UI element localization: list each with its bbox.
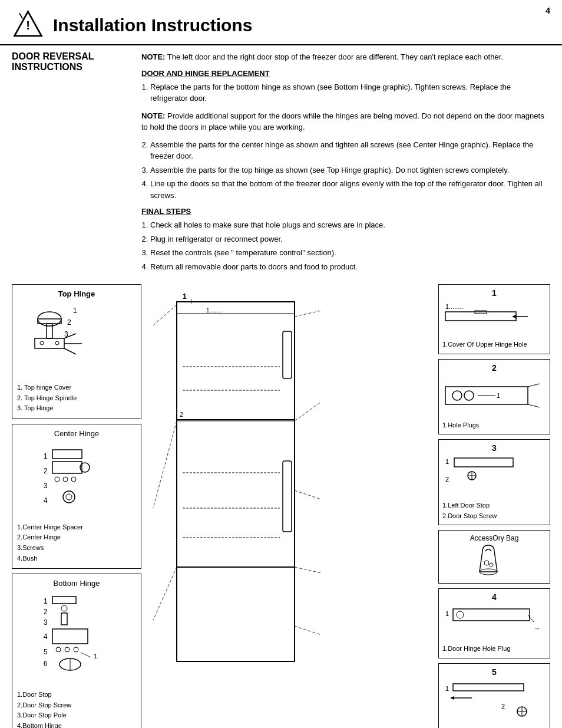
- svg-point-89: [457, 611, 464, 618]
- svg-text:!: !: [26, 19, 30, 32]
- svg-rect-49: [177, 567, 295, 661]
- right-box-5-number: 5: [442, 667, 546, 677]
- accessory-bag-svg: [471, 542, 518, 578]
- box4-svg: 1 →: [442, 604, 543, 640]
- svg-text:1: 1: [183, 292, 187, 301]
- svg-point-22: [63, 477, 68, 482]
- top-hinge-box: Top Hinge 1 2 3: [12, 284, 141, 419]
- center-hinge-title: Center Hinge: [17, 429, 136, 438]
- svg-point-86: [490, 563, 493, 566]
- svg-point-72: [464, 391, 474, 400]
- center-hinge-label-3: 3.Screws: [17, 543, 136, 554]
- box3-label-2: 2.Door Stop Screw: [442, 511, 546, 522]
- left-section: DOOR REVERSAL INSTRUCTIONS: [12, 51, 130, 278]
- svg-rect-42: [177, 302, 295, 420]
- diagrams-area: Top Hinge 1 2 3: [0, 278, 562, 728]
- svg-marker-95: [450, 696, 454, 700]
- bottom-hinge-label-3: 3.Door Stop Pole: [17, 710, 136, 721]
- door-hinge-step-3: Assemble the parts for the top hinge as …: [150, 164, 550, 176]
- door-hinge-step-4: Line up the doors so that the bottom of …: [150, 178, 550, 201]
- center-refrigerator-diagram: 1 1........: [147, 284, 432, 728]
- final-step-2: Plug in refrigerator or reconnect power.: [150, 233, 550, 245]
- svg-text:2: 2: [501, 703, 505, 710]
- svg-rect-80: [454, 458, 513, 467]
- svg-line-50: [153, 305, 177, 325]
- page-title: Installation Instructions: [53, 15, 252, 35]
- center-hinge-svg: 1 2 3 4: [17, 441, 129, 518]
- svg-line-53: [295, 311, 321, 317]
- svg-text:6: 6: [44, 660, 48, 668]
- svg-rect-58: [283, 331, 292, 378]
- box1-svg: 1........: [442, 300, 543, 335]
- svg-text:2: 2: [67, 318, 71, 327]
- right-box-4: 4 1 → 1.Door Hinge Hole Plug: [438, 588, 550, 658]
- top-hinge-label-3: 3. Top Hinge: [17, 403, 136, 414]
- svg-text:1: 1: [445, 458, 449, 465]
- page-header: ! Installation Instructions: [0, 0, 562, 45]
- svg-point-23: [71, 477, 76, 482]
- final-steps-list: Check all holes to make sure that hole p…: [150, 219, 550, 272]
- svg-text:1: 1: [94, 653, 97, 660]
- svg-line-52: [153, 567, 177, 620]
- box1-label: 1.Cover Of Upper Hinge Hole: [442, 340, 546, 350]
- final-steps-title: FINAL STEPS: [141, 207, 550, 216]
- svg-point-36: [65, 647, 70, 652]
- svg-text:5: 5: [44, 648, 48, 656]
- door-hinge-steps-cont: Assemble the parts for the center hinge …: [150, 139, 550, 202]
- svg-text:2: 2: [44, 467, 48, 475]
- bottom-hinge-label-4: 4.Bottom Hinge: [17, 721, 136, 728]
- svg-text:1........: 1........: [206, 307, 223, 314]
- svg-point-12: [40, 341, 44, 345]
- svg-text:2: 2: [180, 411, 183, 418]
- svg-text:1: 1: [497, 392, 500, 399]
- right-box-1: 1 1........ 1.Cover Of Upper Hinge Hole: [438, 284, 550, 354]
- right-box-3-number: 3: [442, 443, 546, 453]
- note2-text: Provide additional support for the doors…: [141, 111, 544, 132]
- final-step-1: Check all holes to make sure that hole p…: [150, 219, 550, 231]
- svg-rect-59: [283, 461, 292, 532]
- top-hinge-svg: 1 2 3: [17, 301, 129, 378]
- svg-line-56: [295, 567, 321, 573]
- svg-point-13: [55, 341, 59, 345]
- final-step-3: Reset the controls (see " temperature co…: [150, 247, 550, 259]
- left-diagrams: Top Hinge 1 2 3: [12, 284, 141, 728]
- refrigerator-svg: 1 1........: [147, 284, 330, 685]
- box3-svg: 1 2: [442, 455, 543, 496]
- svg-rect-18: [52, 450, 82, 459]
- svg-line-54: [295, 402, 321, 421]
- svg-rect-19: [52, 462, 82, 473]
- bottom-hinge-label-1: 1.Door Stop: [17, 690, 136, 700]
- svg-marker-70: [512, 315, 516, 318]
- bottom-hinge-svg: 1 2 3 4 5 6: [17, 591, 129, 685]
- content-area: DOOR REVERSAL INSTRUCTIONS NOTE: The lef…: [0, 51, 562, 278]
- box5-svg: 1 2: [442, 679, 543, 726]
- svg-text:1: 1: [44, 452, 48, 460]
- accessory-bag-title: AccessOry Bag: [442, 534, 546, 542]
- box4-label: 1.Door Hinge Hole Plug: [442, 644, 546, 654]
- svg-line-51: [153, 421, 177, 508]
- svg-point-24: [63, 491, 75, 503]
- door-hinge-step-1: Replace the parts for the bottom hinge a…: [150, 81, 550, 104]
- svg-text:1: 1: [44, 597, 48, 605]
- svg-line-77: [528, 404, 540, 407]
- svg-rect-88: [453, 609, 530, 621]
- right-box-4-number: 4: [442, 592, 546, 602]
- svg-point-21: [55, 477, 59, 482]
- top-hinge-title: Top Hinge: [17, 289, 136, 298]
- svg-text:2: 2: [445, 476, 449, 483]
- bottom-hinge-label-2: 2.Door Stop Screw: [17, 700, 136, 711]
- svg-point-85: [484, 561, 489, 565]
- svg-point-25: [66, 494, 72, 500]
- svg-point-33: [61, 605, 67, 611]
- center-hinge-label-2: 2.Center Hinge: [17, 532, 136, 543]
- door-hinge-steps: Replace the parts for the bottom hinge a…: [150, 81, 550, 104]
- center-hinge-labels: 1.Center Hinge Spacer 2.Center Hinge 3.S…: [17, 522, 136, 564]
- right-box-2: 2 1 1.Hole Plugs: [438, 359, 550, 435]
- right-box-2-number: 2: [442, 363, 546, 373]
- svg-line-55: [295, 490, 321, 499]
- svg-text:3: 3: [44, 482, 48, 490]
- svg-text:4: 4: [44, 633, 48, 641]
- svg-text:2: 2: [44, 608, 48, 616]
- center-hinge-box: Center Hinge 1 2 3 4 1: [12, 424, 141, 569]
- svg-text:3: 3: [44, 618, 48, 627]
